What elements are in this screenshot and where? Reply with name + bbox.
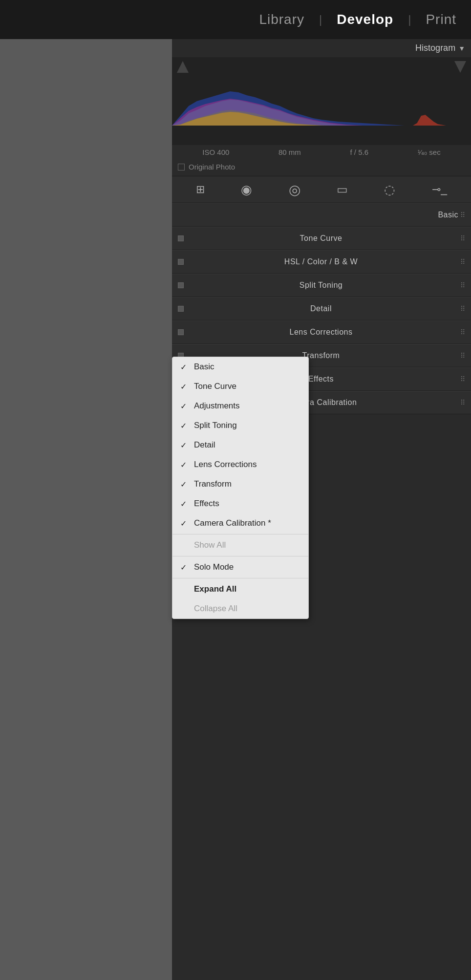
- menu-item-camera-calibration[interactable]: ✓ Camera Calibration *: [172, 513, 308, 533]
- check-lens-corrections: ✓: [180, 460, 189, 469]
- photo-panel: [0, 39, 172, 980]
- menu-label-expand-all: Expand All: [194, 584, 236, 594]
- panel-detail-left: [178, 306, 184, 312]
- menu-label-effects: Effects: [194, 499, 219, 509]
- panel-basic-label: Basic: [438, 211, 458, 219]
- menu-label-basic: Basic: [194, 362, 214, 372]
- spot-heal-tool[interactable]: ◉: [241, 182, 252, 197]
- menu-divider-2: [172, 556, 308, 556]
- menu-item-tone-curve[interactable]: ✓ Tone Curve: [172, 377, 308, 396]
- panel-hsl-label: HSL / Color / B & W: [284, 257, 358, 266]
- menu-item-effects[interactable]: ✓ Effects: [172, 494, 308, 513]
- panel-split-toning-dots: ⠿: [460, 281, 465, 289]
- crop-tool[interactable]: ⊞: [196, 183, 205, 196]
- context-menu: ✓ Basic ✓ Tone Curve ✓ Adjustments ✓ Spl…: [172, 357, 309, 619]
- panel-hsl[interactable]: HSL / Color / B & W ⠿: [172, 250, 471, 274]
- red-eye-tool[interactable]: ◎: [289, 182, 300, 198]
- check-tone-curve: ✓: [180, 382, 189, 391]
- panel-hsl-left: [178, 259, 184, 265]
- menu-item-solo-mode[interactable]: ✓ Solo Mode: [172, 557, 308, 577]
- panel-tone-curve-label: Tone Curve: [300, 234, 343, 243]
- panel-hsl-dots: ⠿: [460, 258, 465, 266]
- nav-develop[interactable]: Develop: [337, 12, 393, 27]
- panel-split-toning-left: [178, 282, 184, 288]
- menu-label-transform: Transform: [194, 479, 232, 489]
- histogram-title: Histogram: [415, 43, 455, 53]
- iso-value: ISO 400: [202, 148, 229, 157]
- panel-tone-curve-dots: ⠿: [460, 234, 465, 242]
- menu-divider-1: [172, 534, 308, 534]
- radial-filter-tool[interactable]: ◌: [384, 182, 395, 197]
- panel-basic-dots: ⠿: [460, 211, 465, 219]
- panel-detail-label: Detail: [310, 304, 332, 313]
- panel-basic[interactable]: Basic ⠿: [172, 203, 471, 227]
- original-photo-checkbox[interactable]: [178, 164, 185, 170]
- menu-label-tone-curve: Tone Curve: [194, 382, 236, 391]
- menu-label-collapse-all: Collapse All: [194, 604, 237, 614]
- nav-divider-1: |: [319, 13, 322, 26]
- nav-print[interactable]: Print: [426, 12, 456, 27]
- tool-strip: ⊞ ◉ ◎ ▭ ◌ ⊸⎯: [172, 176, 471, 203]
- panel-lens-corrections-label: Lens Corrections: [290, 328, 353, 337]
- panel-lens-corrections[interactable]: Lens Corrections ⠿: [172, 320, 471, 344]
- menu-label-camera-calibration: Camera Calibration *: [194, 518, 271, 528]
- menu-label-show-all: Show All: [194, 540, 226, 550]
- panel-transform-dots: ⠿: [460, 352, 465, 360]
- adjustment-brush-tool[interactable]: ⊸⎯: [432, 183, 447, 196]
- panel-tone-curve[interactable]: Tone Curve ⠿: [172, 227, 471, 250]
- panel-hsl-toggle[interactable]: [178, 259, 184, 265]
- panel-tone-curve-left: [178, 235, 184, 241]
- panel-camera-calibration-dots: ⠿: [460, 399, 465, 406]
- menu-item-detail[interactable]: ✓ Detail: [172, 435, 308, 455]
- focal-length: 80 mm: [278, 148, 301, 157]
- menu-label-split-toning: Split Toning: [194, 421, 237, 430]
- menu-item-transform[interactable]: ✓ Transform: [172, 474, 308, 494]
- top-nav: Library | Develop | Print: [0, 0, 471, 39]
- histogram-header: Histogram ▼: [172, 39, 471, 57]
- panel-lens-corrections-dots: ⠿: [460, 328, 465, 336]
- histogram-canvas: [172, 57, 471, 145]
- menu-label-adjustments: Adjustments: [194, 401, 240, 411]
- check-basic: ✓: [180, 362, 189, 372]
- histogram-arrows: [177, 61, 466, 73]
- histogram-dropdown-icon[interactable]: ▼: [458, 44, 465, 52]
- panel-detail-toggle[interactable]: [178, 306, 184, 312]
- original-photo-row: Original Photo: [172, 160, 471, 176]
- nav-divider-2: |: [408, 13, 411, 26]
- check-split-toning: ✓: [180, 421, 189, 430]
- panel-effects-label: Effects: [308, 375, 334, 383]
- menu-item-collapse-all: ✓ Collapse All: [172, 599, 308, 618]
- aperture-value: f / 5.6: [350, 148, 368, 157]
- panel-split-toning[interactable]: Split Toning ⠿: [172, 274, 471, 297]
- panel-detail[interactable]: Detail ⠿: [172, 297, 471, 320]
- panel-detail-dots: ⠿: [460, 305, 465, 313]
- shutter-speed: ¹⁄₄₀ sec: [418, 148, 441, 157]
- panel-lens-corrections-toggle[interactable]: [178, 329, 184, 335]
- highlight-clipping-icon[interactable]: [454, 61, 466, 73]
- check-transform: ✓: [180, 480, 189, 489]
- menu-divider-3: [172, 578, 308, 578]
- panel-split-toning-label: Split Toning: [300, 281, 343, 290]
- menu-item-lens-corrections[interactable]: ✓ Lens Corrections: [172, 455, 308, 474]
- graduated-filter-tool[interactable]: ▭: [337, 183, 348, 196]
- panel-effects-dots: ⠿: [460, 375, 465, 383]
- check-effects: ✓: [180, 499, 189, 509]
- check-camera-calibration: ✓: [180, 519, 189, 528]
- check-detail: ✓: [180, 441, 189, 450]
- menu-item-basic[interactable]: ✓ Basic: [172, 357, 308, 377]
- menu-item-expand-all[interactable]: ✓ Expand All: [172, 579, 308, 599]
- nav-library[interactable]: Library: [259, 12, 304, 27]
- photo-info: ISO 400 80 mm f / 5.6 ¹⁄₄₀ sec: [172, 145, 471, 160]
- menu-item-adjustments[interactable]: ✓ Adjustments: [172, 396, 308, 416]
- menu-label-detail: Detail: [194, 440, 215, 450]
- panel-tone-curve-toggle[interactable]: [178, 235, 184, 241]
- menu-label-solo-mode: Solo Mode: [194, 562, 234, 572]
- check-adjustments: ✓: [180, 402, 189, 411]
- shadow-clipping-icon[interactable]: [177, 61, 189, 73]
- panel-lens-corrections-left: [178, 329, 184, 335]
- panel-split-toning-toggle[interactable]: [178, 282, 184, 288]
- menu-label-lens-corrections: Lens Corrections: [194, 460, 257, 469]
- original-photo-label: Original Photo: [189, 163, 235, 171]
- menu-item-split-toning[interactable]: ✓ Split Toning: [172, 416, 308, 435]
- check-solo-mode: ✓: [180, 563, 189, 572]
